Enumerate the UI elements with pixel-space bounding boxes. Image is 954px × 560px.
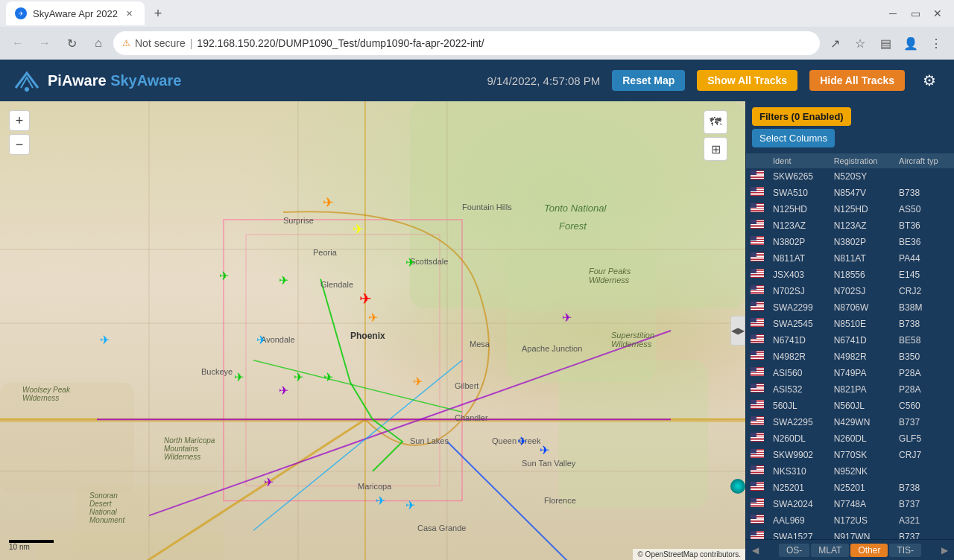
active-tab[interactable]: ✈ SkyAware Apr 2022 ✕ <box>6 1 145 25</box>
forward-button[interactable]: → <box>33 31 57 55</box>
aircraft-flag <box>746 299 768 316</box>
col-aircraft-type[interactable]: Aircraft typ <box>894 153 954 168</box>
aircraft-17[interactable]: ✈ <box>540 443 549 457</box>
table-row[interactable]: AAL969 N172US A321 <box>746 512 954 529</box>
scroll-left-arrow[interactable]: ◀ <box>752 545 759 556</box>
aircraft-5[interactable]: ✈ <box>405 255 415 269</box>
table-row[interactable]: SKW9902 N770SK CRJ7 <box>746 447 954 463</box>
zoom-in-button[interactable]: + <box>9 110 30 131</box>
reload-button[interactable]: ↻ <box>60 31 83 55</box>
tab-mlat[interactable]: MLAT <box>811 544 849 557</box>
aircraft-14[interactable]: ✈ <box>413 374 423 388</box>
label-four-peaks: Four PeaksWilderness <box>589 267 631 284</box>
table-row[interactable]: SKW6265 N520SY <box>746 168 954 185</box>
table-row[interactable]: N123AZ N123AZ BT36 <box>746 217 954 234</box>
menu-button[interactable]: ⋮ <box>924 31 948 55</box>
table-row[interactable]: SWA2545 N8510E B738 <box>746 316 954 332</box>
aircraft-ident: SWA2545 <box>768 316 830 332</box>
omnibox[interactable]: ⚠ Not secure | 192.168.150.220/DUMP1090_… <box>113 31 820 55</box>
filters-button[interactable]: Filters (0 Enabled) <box>752 107 851 126</box>
aircraft-2[interactable]: ✈ <box>323 194 334 211</box>
table-row[interactable]: N3802P N3802P BE36 <box>746 234 954 250</box>
table-row[interactable]: N702SJ N702SJ CRJ2 <box>746 283 954 299</box>
col-registration[interactable]: Registration <box>830 153 894 168</box>
grid-button[interactable]: ⊞ <box>704 137 727 161</box>
svg-rect-6 <box>37 530 224 560</box>
minimize-button[interactable]: ─ <box>882 3 903 24</box>
aircraft-flag <box>746 316 768 332</box>
home-button[interactable]: ⌂ <box>86 31 110 55</box>
table-row[interactable]: SWA2295 N429WN B737 <box>746 414 954 430</box>
aircraft-13[interactable]: ✈ <box>323 369 333 384</box>
bookmark-button[interactable]: ☆ <box>848 31 872 55</box>
aircraft-18[interactable]: ✈ <box>264 475 274 489</box>
hide-all-tracks-button[interactable]: Hide All Tracks <box>809 70 905 91</box>
aircraft-registration: N260DL <box>830 430 894 447</box>
label-surprise: Surprise <box>283 216 314 225</box>
table-row[interactable]: SWA2299 N8706W B38M <box>746 299 954 316</box>
table-row[interactable]: NKS310 N952NK <box>746 463 954 480</box>
map-container[interactable]: Tonto National Forest Four PeaksWilderne… <box>0 101 745 560</box>
aircraft-ident: AAL969 <box>768 512 830 529</box>
aircraft-4[interactable]: ✈ <box>279 273 288 287</box>
settings-button[interactable]: ⚙ <box>917 69 942 92</box>
table-row[interactable]: ASI532 N821PA P28A <box>746 381 954 398</box>
sidebar-toggle-button[interactable]: ▤ <box>874 31 897 55</box>
table-row[interactable]: SWA2024 N7748A B737 <box>746 496 954 512</box>
aircraft-20[interactable]: ✈ <box>405 498 415 512</box>
tab-os[interactable]: OS- <box>779 544 809 557</box>
aircraft-ident: N3802P <box>768 234 830 250</box>
tab-other[interactable]: Other <box>850 544 888 557</box>
zoom-out-button[interactable]: − <box>9 134 30 155</box>
map-type-button[interactable]: 🗺 <box>704 110 727 134</box>
aircraft-16[interactable]: ✈ <box>517 433 527 448</box>
tab-tis[interactable]: TIS- <box>889 544 921 557</box>
aircraft-registration: N429WN <box>830 414 894 430</box>
scroll-left: ◀ <box>752 545 759 556</box>
table-row[interactable]: ASI560 N749PA P28A <box>746 365 954 381</box>
table-row[interactable]: SWA510 N8547V B738 <box>746 185 954 201</box>
us-flag-icon <box>751 515 764 524</box>
aircraft-flag <box>746 496 768 512</box>
aircraft-flag <box>746 447 768 463</box>
back-button[interactable]: ← <box>6 31 30 55</box>
table-row[interactable]: N25201 N25201 B738 <box>746 480 954 496</box>
close-button[interactable]: ✕ <box>927 3 948 24</box>
scroll-right-arrow[interactable]: ▶ <box>941 545 948 556</box>
profile-button[interactable]: 👤 <box>899 31 923 55</box>
table-row[interactable]: N125HD N125HD AS50 <box>746 201 954 217</box>
aircraft-3[interactable]: ✈ <box>219 269 229 283</box>
table-row[interactable]: N6741D N6741D BE58 <box>746 332 954 349</box>
show-all-tracks-button[interactable]: Show All Tracks <box>697 70 797 91</box>
aircraft-9[interactable]: ✈ <box>256 333 266 347</box>
select-columns-button[interactable]: Select Columns <box>752 129 835 147</box>
table-row[interactable]: N260DL N260DL GLF5 <box>746 430 954 447</box>
aircraft-1[interactable]: ✈ <box>353 221 364 238</box>
aircraft-7[interactable]: ✈ <box>368 310 378 324</box>
aircraft-registration: N917WN <box>830 529 894 540</box>
restore-button[interactable]: ▭ <box>905 3 926 24</box>
us-flag-icon <box>751 318 764 327</box>
aircraft-15[interactable]: ✈ <box>562 310 572 324</box>
aircraft-19[interactable]: ✈ <box>376 493 385 507</box>
aircraft-8[interactable]: ✈ <box>100 333 110 347</box>
aircraft-10[interactable]: ✈ <box>279 384 288 398</box>
aircraft-6[interactable]: ✈ <box>359 290 372 308</box>
aircraft-type: B737 <box>894 414 954 430</box>
reset-map-button[interactable]: Reset Map <box>612 70 685 91</box>
table-row[interactable]: SWA1527 N917WN B737 <box>746 529 954 540</box>
aircraft-table[interactable]: Ident Registration Aircraft typ SKW6265 … <box>746 153 954 539</box>
table-row[interactable]: JSX403 N18556 E145 <box>746 267 954 283</box>
new-tab-button[interactable]: + <box>148 3 168 24</box>
aircraft-flag <box>746 250 768 267</box>
table-row[interactable]: 560JL N560JL C560 <box>746 398 954 414</box>
table-row[interactable]: N4982R N4982R B350 <box>746 349 954 365</box>
aircraft-12[interactable]: ✈ <box>294 369 303 384</box>
aircraft-11[interactable]: ✈ <box>234 369 244 384</box>
aircraft-type: B350 <box>894 349 954 365</box>
sidebar-toggle[interactable]: ◀▶ <box>730 316 745 346</box>
col-ident[interactable]: Ident <box>768 153 830 168</box>
table-row[interactable]: N811AT N811AT PA44 <box>746 250 954 267</box>
tab-close-button[interactable]: ✕ <box>124 7 136 19</box>
share-button[interactable]: ↗ <box>823 31 847 55</box>
